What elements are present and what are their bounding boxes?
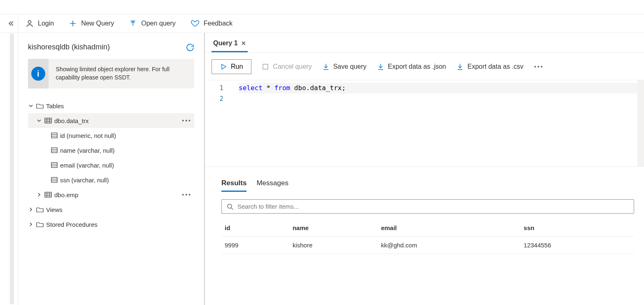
tree-node-sprocs[interactable]: Stored Procedures [28, 217, 194, 232]
results-table: id name email ssn 9999 kishore kk@ghd.co… [221, 219, 634, 254]
cell-email: kk@ghd.com [378, 237, 521, 254]
chevron-right-icon [28, 222, 34, 227]
login-button[interactable]: Login [18, 14, 61, 33]
stop-icon [262, 63, 269, 70]
tree-label: Tables [46, 102, 64, 109]
plus-icon [69, 19, 77, 28]
table-row[interactable]: 9999 kishore kk@ghd.com 12344556 [221, 237, 634, 254]
save-query-button[interactable]: Save query [323, 63, 367, 70]
sql-editor[interactable]: 1 2 select * from dbo.data_trx; [205, 80, 644, 166]
tree-node-data-trx[interactable]: dbo.data_trx ••• [28, 113, 194, 128]
refresh-button[interactable] [186, 43, 194, 51]
export-json-label: Export data as .json [388, 63, 446, 70]
svg-rect-4 [51, 163, 57, 168]
tab-messages[interactable]: Messages [256, 179, 288, 192]
new-query-button[interactable]: New Query [61, 14, 121, 33]
search-icon [227, 203, 233, 210]
table-icon [44, 118, 52, 123]
left-gutter [0, 33, 18, 305]
play-icon [220, 63, 227, 70]
more-button[interactable]: ••• [182, 191, 192, 198]
export-json-button[interactable]: Export data as .json [377, 63, 446, 70]
table-icon [44, 192, 52, 198]
svg-point-0 [28, 21, 31, 23]
open-query-button[interactable]: Open query [121, 14, 183, 33]
feedback-label: Feedback [204, 20, 232, 27]
column-icon [51, 177, 58, 183]
cancel-label: Cancel query [273, 63, 312, 70]
login-label: Login [38, 20, 54, 27]
info-icon-box: i [28, 59, 49, 88]
more-actions-button[interactable]: ••• [534, 63, 544, 70]
tree-node-emp[interactable]: dbo.emp ••• [28, 187, 194, 202]
chevron-double-left-icon [7, 20, 14, 27]
tree-node-column[interactable]: email (varchar, null) [28, 158, 194, 172]
chevron-right-icon [28, 207, 34, 212]
more-button[interactable]: ••• [182, 117, 192, 124]
run-button[interactable]: Run [212, 59, 251, 74]
code-area[interactable]: select * from dbo.data_trx; [230, 80, 644, 166]
results-search-input[interactable] [237, 203, 629, 210]
code-line [239, 93, 644, 104]
tab-query1[interactable]: Query 1 ✕ [212, 37, 248, 52]
editor-tabs: Query 1 ✕ [205, 33, 644, 53]
chevron-down-icon [36, 118, 42, 123]
line-number: 2 [205, 93, 223, 104]
cancel-query-button: Cancel query [262, 63, 312, 70]
folder-icon [36, 221, 44, 227]
info-banner-text: Showing limited object explorer here. Fo… [49, 61, 194, 86]
object-tree: Tables dbo.data_trx ••• id (numeric, not… [18, 98, 204, 232]
upload-icon [129, 19, 137, 28]
svg-rect-7 [263, 64, 268, 69]
column-icon [51, 133, 58, 138]
tree-node-column[interactable]: name (varchar, null) [28, 143, 194, 158]
heart-icon [191, 19, 200, 28]
chevron-down-icon [28, 103, 34, 108]
svg-rect-6 [45, 192, 51, 197]
tree-label: email (varchar, null) [60, 162, 114, 169]
export-csv-label: Export data as .csv [467, 63, 523, 70]
column-header-id[interactable]: id [221, 219, 289, 237]
top-toolbar: Login New Query Open query Feedback [0, 14, 644, 33]
column-header-ssn[interactable]: ssn [521, 219, 634, 237]
info-banner: i Showing limited object explorer here. … [28, 59, 194, 88]
tree-node-views[interactable]: Views [28, 202, 194, 217]
column-icon [51, 162, 58, 168]
export-csv-button[interactable]: Export data as .csv [457, 63, 523, 70]
line-number: 1 [205, 83, 223, 93]
close-icon[interactable]: ✕ [241, 40, 246, 47]
column-header-email[interactable]: email [378, 219, 521, 237]
column-header-name[interactable]: name [289, 219, 378, 237]
line-number-gutter: 1 2 [205, 80, 230, 166]
svg-point-8 [228, 204, 232, 208]
tree-label: id (numeric, not null) [60, 132, 116, 139]
cell-name: kishore [289, 237, 378, 254]
run-label: Run [231, 63, 243, 70]
tree-label: dbo.emp [54, 191, 78, 198]
tab-results[interactable]: Results [221, 179, 246, 192]
feedback-button[interactable]: Feedback [183, 14, 240, 33]
workspace: kishoresqldb (kishadmin) i Showing limit… [0, 33, 644, 305]
svg-rect-3 [51, 148, 57, 153]
object-explorer-sidebar: kishoresqldb (kishadmin) i Showing limit… [18, 33, 205, 305]
editor-minimap[interactable] [637, 80, 644, 166]
svg-rect-5 [51, 177, 57, 182]
database-title: kishoresqldb (kishadmin) [28, 43, 110, 51]
tab-label: Query 1 [213, 40, 238, 47]
collapse-panel-button[interactable] [3, 14, 18, 33]
refresh-icon [186, 43, 194, 51]
tree-node-column[interactable]: ssn (varchar, null) [28, 172, 194, 187]
folder-icon [36, 103, 44, 109]
open-query-label: Open query [141, 20, 176, 27]
download-icon [377, 63, 384, 70]
results-search-box[interactable] [221, 199, 634, 214]
tree-node-column[interactable]: id (numeric, not null) [28, 128, 194, 143]
gutter-scroll-thumb[interactable] [10, 34, 14, 304]
tree-node-tables[interactable]: Tables [28, 98, 194, 113]
download-icon [323, 63, 329, 70]
folder-icon [36, 207, 44, 212]
download-icon [457, 63, 463, 70]
chevron-right-icon [36, 192, 42, 197]
svg-rect-1 [45, 118, 51, 123]
save-label: Save query [333, 63, 367, 70]
